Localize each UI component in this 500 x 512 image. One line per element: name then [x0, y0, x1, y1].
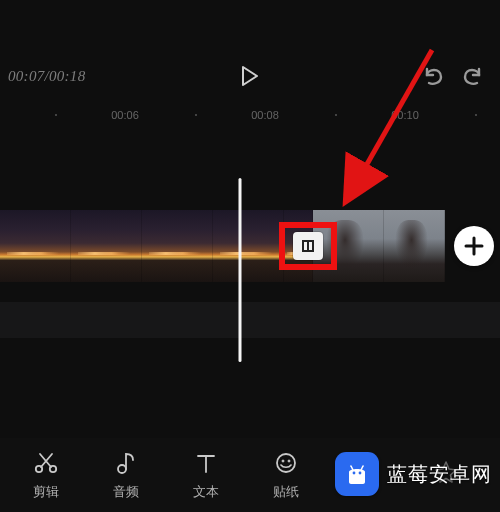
transition-button[interactable]: [293, 232, 323, 260]
plus-icon: [463, 235, 485, 257]
ruler-tick-dot: [195, 114, 197, 116]
svg-point-13: [353, 472, 356, 475]
time-ruler[interactable]: 00:06 00:08 00:10: [0, 110, 500, 128]
time-readout: 00:07/00:18: [8, 68, 85, 85]
ruler-tick-label: 00:10: [391, 109, 419, 121]
undo-icon: [421, 65, 445, 87]
clip-thumbnail[interactable]: [0, 210, 71, 282]
svg-line-16: [361, 466, 363, 470]
tool-label: 音频: [113, 483, 139, 501]
timeline[interactable]: [0, 178, 500, 338]
tool-text[interactable]: 文本: [166, 449, 246, 501]
tool-label: 文本: [193, 483, 219, 501]
clip-thumbnail[interactable]: [313, 210, 384, 282]
android-icon: [343, 460, 371, 488]
tool-label: 贴纸: [273, 483, 299, 501]
redo-icon: [461, 65, 485, 87]
clip-thumbnail[interactable]: [384, 210, 445, 282]
svg-point-7: [118, 465, 126, 473]
tool-audio[interactable]: 音频: [86, 449, 166, 501]
playhead[interactable]: [239, 178, 242, 362]
svg-point-9: [282, 460, 284, 462]
music-note-icon: [112, 449, 140, 477]
clip-thumbnail[interactable]: [213, 210, 284, 282]
audio-track-lane[interactable]: [0, 302, 500, 338]
ruler-tick-dot: [475, 114, 477, 116]
clip-thumbnail[interactable]: [71, 210, 142, 282]
watermark: 蓝莓安卓网: [335, 452, 492, 496]
tool-label: 剪辑: [33, 483, 59, 501]
clip-thumbnail[interactable]: [142, 210, 213, 282]
svg-point-14: [359, 472, 362, 475]
play-icon: [239, 64, 261, 88]
ruler-tick-label: 00:06: [111, 109, 139, 121]
watermark-badge: [335, 452, 379, 496]
sticker-icon: [272, 449, 300, 477]
ruler-tick-dot: [55, 114, 57, 116]
add-clip-button[interactable]: [454, 226, 494, 266]
tool-trim[interactable]: 剪辑: [6, 449, 86, 501]
svg-point-10: [288, 460, 290, 462]
ruler-tick-dot: [335, 114, 337, 116]
ruler-tick-label: 00:08: [251, 109, 279, 121]
watermark-text: 蓝莓安卓网: [387, 461, 492, 488]
transition-icon: [300, 238, 316, 254]
scissors-icon: [32, 449, 60, 477]
svg-point-8: [277, 454, 295, 472]
clip-strip[interactable]: [0, 210, 445, 282]
svg-line-15: [351, 466, 353, 470]
undo-button[interactable]: [420, 63, 446, 89]
play-button[interactable]: [236, 62, 264, 90]
redo-button[interactable]: [460, 63, 486, 89]
tool-sticker[interactable]: 贴纸: [246, 449, 326, 501]
text-t-icon: [192, 449, 220, 477]
